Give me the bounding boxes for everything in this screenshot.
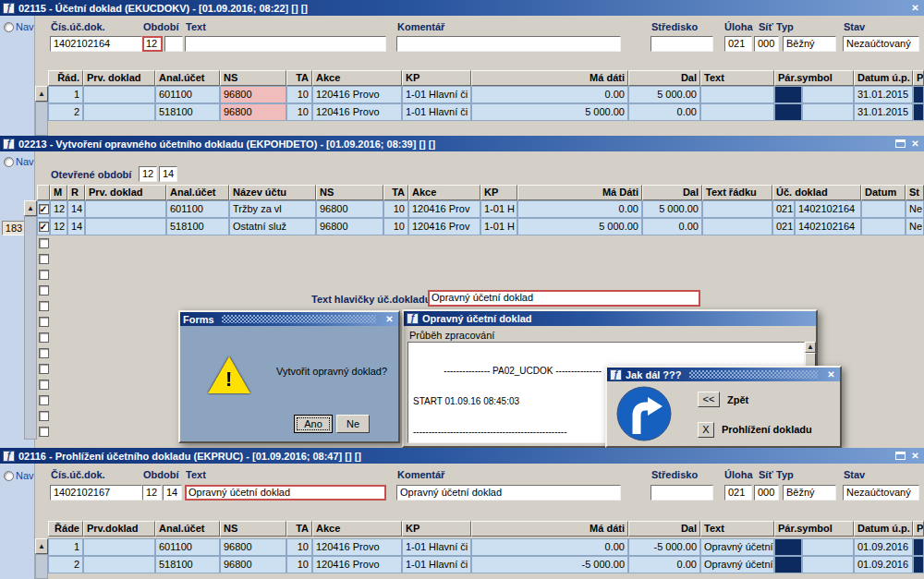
cell-ns[interactable]: 96800 xyxy=(316,218,383,235)
titlebar[interactable]: ƒ 02116 - Prohlížení účetního dokladu (E… xyxy=(0,448,924,464)
cell-stav[interactable]: Ne xyxy=(906,218,924,235)
close-icon[interactable]: ✕ xyxy=(909,451,921,461)
cell-prv-doklad[interactable] xyxy=(85,218,166,235)
field-cis-uc-dok[interactable]: 1402102164 xyxy=(50,36,142,52)
field-cis-uc-dok[interactable]: 1402102167 xyxy=(50,485,142,501)
cell-datum[interactable] xyxy=(861,218,906,235)
cell-dal[interactable]: 0.00 xyxy=(628,103,700,121)
scrollbar-track[interactable] xyxy=(24,216,37,440)
row-checkbox[interactable] xyxy=(39,411,49,421)
cell-akce[interactable]: 120416 Provo xyxy=(312,103,402,121)
cell-m[interactable]: 12 xyxy=(50,218,67,235)
cell-ma-dati[interactable]: 0.00 xyxy=(517,200,642,218)
cell-kp[interactable]: 1-01 H xyxy=(480,200,517,218)
field-stav[interactable]: Nezaúčtovaný xyxy=(843,485,919,501)
cell-dal[interactable]: -5 000.00 xyxy=(628,538,700,556)
field-stav[interactable]: Nezaúčtovaný xyxy=(843,36,919,52)
cell-ns[interactable]: 96800 xyxy=(316,200,383,218)
cell-uc-doklad[interactable]: 1402102164 xyxy=(795,218,861,235)
cell-p[interactable] xyxy=(913,538,924,556)
dark-cell[interactable] xyxy=(774,556,802,573)
row-checkbox[interactable] xyxy=(39,301,49,311)
field-komentar[interactable] xyxy=(396,36,621,52)
cell-uloha[interactable]: 021 xyxy=(772,218,795,235)
cell-prv-doklad[interactable] xyxy=(83,103,155,121)
cell-ma-dati[interactable]: 0.00 xyxy=(471,86,628,103)
cell-r[interactable]: 14 xyxy=(67,218,85,235)
cell-text[interactable]: Opravný účetní dok xyxy=(700,538,774,556)
row-checkbox[interactable] xyxy=(39,285,49,296)
row-checkbox[interactable] xyxy=(39,380,49,390)
cell-datum[interactable]: 01.09.2016 xyxy=(854,556,913,573)
cell-anal-ucet[interactable]: 518100 xyxy=(155,103,220,121)
cell-dal[interactable]: 5 000.00 xyxy=(628,86,700,103)
field-text[interactable]: Opravný účetní doklad xyxy=(185,485,386,501)
cell-anal-ucet[interactable]: 518100 xyxy=(166,218,229,235)
field-komentar[interactable]: Opravný účetní doklad xyxy=(396,485,621,501)
row-checkbox[interactable] xyxy=(39,254,49,264)
nav-radio[interactable] xyxy=(4,22,14,32)
cell-ns[interactable]: 96800 xyxy=(220,556,286,573)
row-select-cell[interactable]: ✓ xyxy=(37,218,50,235)
cell-ns[interactable]: 96800 xyxy=(220,86,286,103)
cell-ta[interactable]: 10 xyxy=(286,556,312,573)
scrollbar-track[interactable] xyxy=(35,102,48,136)
cell-rad[interactable]: 1 xyxy=(48,86,83,103)
cell-kp[interactable]: 1-01 H xyxy=(480,218,517,235)
cell-ma-dati[interactable]: 0.00 xyxy=(471,538,628,556)
titlebar[interactable]: ƒ 02213 - Vytvoření opravného účetního d… xyxy=(0,136,924,151)
cell-p[interactable] xyxy=(913,86,924,103)
cell-anal-ucet[interactable]: 601100 xyxy=(155,86,220,103)
cell-prv-doklad[interactable] xyxy=(83,538,155,556)
cell-text-radku[interactable] xyxy=(702,218,772,235)
dark-cell[interactable] xyxy=(774,86,802,103)
back-button[interactable]: << xyxy=(698,392,720,407)
cell-ta[interactable]: 10 xyxy=(383,218,408,235)
field-obdobi-rok[interactable] xyxy=(164,36,183,52)
ano-button[interactable]: Ano xyxy=(294,415,333,433)
close-icon[interactable]: ✕ xyxy=(909,139,921,149)
field-stredisko[interactable] xyxy=(650,485,713,501)
cell-p[interactable] xyxy=(913,556,924,573)
view-document-button[interactable]: X xyxy=(698,422,714,438)
cell-text-radku[interactable] xyxy=(702,200,772,218)
restore-icon[interactable] xyxy=(895,139,906,148)
row-checkbox[interactable] xyxy=(39,270,49,280)
cell-datum[interactable]: 31.01.2015 xyxy=(854,86,913,103)
field-uloha[interactable]: 021 xyxy=(724,36,752,52)
row-checkbox[interactable] xyxy=(39,238,49,248)
cell-r[interactable]: 14 xyxy=(67,200,85,218)
cell-m[interactable]: 12 xyxy=(50,200,67,218)
cell-prv-doklad[interactable] xyxy=(83,86,155,103)
cell-anal-ucet[interactable]: 601100 xyxy=(155,538,220,556)
scroll-up-icon[interactable]: ▲ xyxy=(24,200,37,216)
cell-nazev-uctu[interactable]: Tržby za vl xyxy=(229,200,316,218)
field-sit[interactable]: 000 xyxy=(754,485,779,501)
cell-ta[interactable]: 10 xyxy=(286,86,312,103)
cell-uloha[interactable]: 021 xyxy=(772,200,795,218)
field-text[interactable] xyxy=(185,36,386,52)
nav-radio[interactable] xyxy=(4,157,14,167)
field-obdobi-mesic[interactable]: 12 xyxy=(142,485,162,501)
close-icon[interactable]: ✕ xyxy=(909,3,921,13)
row-checkbox[interactable] xyxy=(39,364,49,374)
nav-radio[interactable] xyxy=(4,471,14,481)
titlebar[interactable]: ƒ Jak dál ??? ✕ xyxy=(607,368,840,381)
field-uloha[interactable]: 021 xyxy=(724,485,752,501)
cell-par-symbol[interactable] xyxy=(802,538,854,556)
titlebar[interactable]: Forms ✕ xyxy=(180,312,398,326)
cell-prv-doklad[interactable] xyxy=(83,556,155,573)
cell-akce[interactable]: 120416 Prov xyxy=(408,218,480,235)
scroll-up-icon[interactable]: ▲ xyxy=(35,538,48,554)
cell-datum[interactable]: 31.01.2015 xyxy=(854,103,913,121)
checkbox-checked[interactable]: ✓ xyxy=(39,204,49,214)
cell-p[interactable] xyxy=(913,103,924,121)
dark-cell[interactable] xyxy=(774,538,802,556)
row-checkbox[interactable] xyxy=(39,427,49,437)
cell-anal-ucet[interactable]: 518100 xyxy=(155,556,220,573)
row-checkbox[interactable] xyxy=(39,332,49,343)
field-typ[interactable]: Běžný xyxy=(783,36,836,52)
close-icon[interactable]: ✕ xyxy=(825,369,837,380)
cell-dal[interactable]: 5 000.00 xyxy=(642,200,702,218)
scroll-up-icon[interactable]: ▲ xyxy=(35,86,48,102)
